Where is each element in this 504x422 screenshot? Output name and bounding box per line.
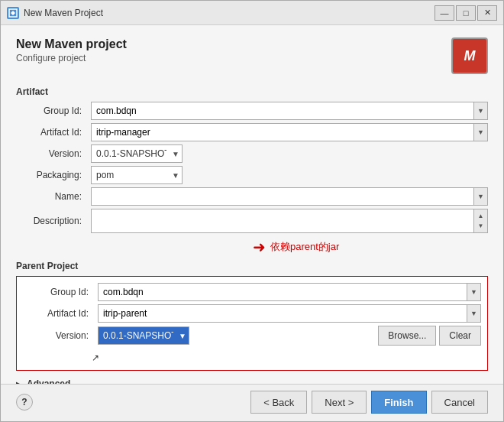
page-title: New Maven project [16, 37, 127, 51]
parent-section-label: Parent Project [16, 261, 488, 271]
title-bar: New Maven Project — □ ✕ [1, 1, 503, 25]
red-arrow-icon: ➜ [253, 238, 266, 256]
maximize-button[interactable]: □ [456, 5, 476, 21]
version-label: Version: [16, 148, 85, 159]
finish-button[interactable]: Finish [371, 391, 426, 414]
description-input[interactable] [92, 209, 473, 232]
cursor-icon: ↗ [92, 352, 99, 363]
footer-left: ? [16, 394, 33, 411]
description-field[interactable]: ▲ ▼ [91, 209, 488, 233]
parent-version-label: Version: [23, 330, 92, 341]
version-select[interactable]: 0.0.1-SNAPSHOT [91, 144, 183, 163]
window-title: New Maven Project [24, 8, 435, 18]
packaging-select[interactable]: pom jar war [91, 166, 183, 184]
name-label: Name: [16, 191, 85, 202]
header-section: New Maven project Configure project M [16, 37, 488, 74]
next-button[interactable]: Next > [312, 391, 367, 414]
page-subtitle: Configure project [16, 53, 127, 63]
maven-icon: M [451, 37, 488, 74]
window-controls: — □ ✕ [435, 5, 497, 21]
name-field[interactable]: ▼ [91, 187, 488, 206]
help-button[interactable]: ? [16, 394, 33, 411]
close-button[interactable]: ✕ [477, 5, 497, 21]
parent-version-select[interactable]: 0.0.1-SNAPSHOT [98, 326, 189, 345]
advanced-label: Advanced [27, 378, 70, 384]
advanced-row[interactable]: ▶ Advanced [16, 374, 488, 384]
annotation-container: ➜ 依赖parent的jar [253, 238, 339, 256]
parent-fields: Group Id: ▼ Artifact Id: ▼ Version: 0.0.… [23, 283, 481, 346]
parent-group-id-field[interactable]: ▼ [98, 283, 481, 301]
artifact-id-field[interactable]: ▼ [91, 123, 488, 141]
description-label: Description: [16, 216, 85, 226]
window-icon [7, 7, 19, 19]
minimize-button[interactable]: — [435, 5, 454, 21]
cursor-area: ↗ [23, 349, 481, 364]
artifact-id-input[interactable] [92, 124, 473, 141]
parent-artifact-id-input[interactable] [99, 305, 467, 322]
cancel-button[interactable]: Cancel [431, 391, 488, 414]
browse-button[interactable]: Browse... [378, 326, 436, 346]
parent-group-id-label: Group Id: [23, 287, 92, 297]
artifact-form: Group Id: ▼ Artifact Id: ▼ Version: 0.0.… [16, 102, 488, 233]
parent-artifact-id-dropdown-btn[interactable]: ▼ [467, 305, 480, 322]
header-left: New Maven project Configure project [16, 37, 127, 63]
artifact-id-dropdown-btn[interactable]: ▼ [473, 124, 487, 141]
group-id-label: Group Id: [16, 106, 85, 116]
group-id-dropdown-btn[interactable]: ▼ [473, 102, 487, 119]
main-window: New Maven Project — □ ✕ New Maven projec… [0, 0, 504, 422]
parent-group-id-dropdown-btn[interactable]: ▼ [467, 284, 480, 300]
packaging-label: Packaging: [16, 170, 85, 180]
group-id-input[interactable] [92, 102, 473, 119]
artifact-section-label: Artifact [16, 86, 488, 97]
footer-right: < Back Next > Finish Cancel [250, 391, 488, 414]
parent-artifact-id-field[interactable]: ▼ [98, 304, 481, 323]
footer: ? < Back Next > Finish Cancel [1, 384, 503, 421]
parent-group-id-input[interactable] [99, 284, 467, 300]
description-dropdown-btn[interactable]: ▲ ▼ [473, 209, 487, 232]
name-dropdown-btn[interactable]: ▼ [473, 188, 487, 205]
parent-section: Group Id: ▼ Artifact Id: ▼ Version: 0.0.… [16, 276, 488, 371]
back-button[interactable]: < Back [250, 391, 307, 414]
group-id-field[interactable]: ▼ [91, 102, 488, 120]
name-input[interactable] [92, 188, 473, 205]
parent-artifact-id-label: Artifact Id: [23, 308, 92, 319]
annotation-text: 依赖parent的jar [270, 240, 339, 254]
clear-button[interactable]: Clear [439, 326, 481, 346]
content-area: New Maven project Configure project M Ar… [1, 25, 503, 384]
artifact-id-label: Artifact Id: [16, 127, 85, 138]
